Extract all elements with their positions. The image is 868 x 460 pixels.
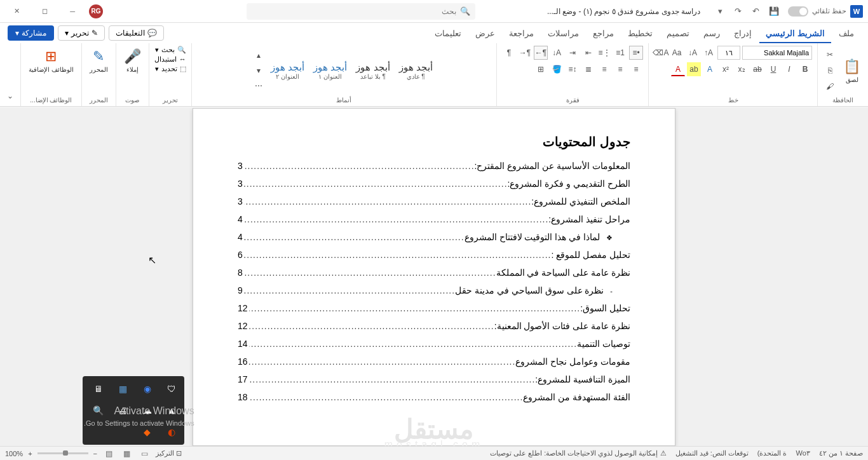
- toc-entry[interactable]: المعلومات الأساسية عن المشروع المقترح: .…: [238, 161, 630, 171]
- clear-format-icon[interactable]: A⌫: [654, 46, 668, 60]
- grow-font-icon[interactable]: A↑: [702, 46, 715, 60]
- format-painter-icon[interactable]: 🖌: [823, 79, 837, 93]
- word-count[interactable]: Wo٣: [796, 449, 810, 457]
- predictions-status[interactable]: توقعات النص: قيد التشغيل: [675, 449, 749, 457]
- multilevel-icon[interactable]: ⋮≡: [597, 46, 611, 60]
- toc-entry[interactable]: توصيات التنمية .........................…: [238, 339, 630, 349]
- subscript-button[interactable]: x₂: [735, 62, 749, 76]
- styles-up-icon[interactable]: ▴: [252, 48, 266, 62]
- maximize-icon[interactable]: ◻: [33, 3, 56, 20]
- tab-mailings[interactable]: مراسلات: [541, 25, 585, 43]
- underline-button[interactable]: U: [766, 62, 780, 76]
- select-button[interactable]: ⬚ تحديد ▾: [155, 65, 186, 73]
- zoom-slider[interactable]: [37, 452, 88, 454]
- user-avatar[interactable]: RG: [89, 4, 103, 18]
- cut-icon[interactable]: ✂: [823, 48, 837, 62]
- autosave-toggle[interactable]: حفظ تلقائي: [788, 6, 846, 17]
- qat-dropdown-icon[interactable]: ▾: [713, 4, 728, 19]
- close-icon[interactable]: ✕: [5, 3, 28, 20]
- paste-button[interactable]: 📋لصق: [841, 56, 863, 86]
- collapse-ribbon-icon[interactable]: ⌄: [3, 88, 18, 104]
- toc-entry[interactable]: الفئة المستهدفة من المشروع .............…: [238, 392, 630, 402]
- bullets-icon[interactable]: •≡: [629, 46, 643, 60]
- style-normal[interactable]: أبجد هوز¶ عادي: [395, 60, 437, 82]
- tray-app-icon[interactable]: ▦: [115, 381, 130, 396]
- toc-entry[interactable]: الميزة التنافسية للمشروع: ..............…: [238, 374, 630, 384]
- toc-entry[interactable]: ❖ لماذا في هذا التوقيت لافتتاح المشروع .…: [238, 232, 630, 242]
- tray-monitor-icon[interactable]: 🖥: [91, 381, 106, 396]
- font-size-select[interactable]: [717, 46, 740, 60]
- zoom-in[interactable]: +: [28, 450, 32, 457]
- save-icon[interactable]: 💾: [766, 4, 782, 19]
- toc-entry[interactable]: - نظرة على سوق السياحي في مدينة حقل ....…: [238, 285, 630, 295]
- rtl-direction-icon[interactable]: ¶←: [534, 46, 548, 60]
- justify-icon[interactable]: ≣: [581, 62, 595, 76]
- change-case-icon[interactable]: Aa: [670, 46, 684, 60]
- toc-entry[interactable]: نظرة عامة على السياحة في المملكة .......…: [238, 267, 630, 278]
- highlight-icon[interactable]: ab: [687, 62, 701, 76]
- shading-icon[interactable]: 🪣: [550, 62, 564, 76]
- addins-button[interactable]: ⊞الوظائف الإضافية: [26, 46, 76, 76]
- strike-button[interactable]: ab: [750, 62, 764, 76]
- ltr-direction-icon[interactable]: ¶→: [518, 46, 532, 60]
- sort-icon[interactable]: A↓: [550, 46, 564, 60]
- style-nospace[interactable]: أبجد هوز¶ بلا تباعد: [352, 60, 393, 82]
- superscript-button[interactable]: x²: [719, 62, 733, 76]
- zoom-out[interactable]: −: [93, 450, 97, 457]
- tab-view[interactable]: عرض: [469, 25, 501, 43]
- document-page[interactable]: جدول المحتويات المعلومات الأساسية عن الم…: [193, 108, 675, 446]
- tray-chrome-icon[interactable]: ◉: [140, 381, 155, 396]
- align-left-icon[interactable]: ≡: [597, 62, 611, 76]
- read-mode-icon[interactable]: ▭: [138, 448, 151, 459]
- toc-entry[interactable]: الطرح التقديمي و فكرة المشروع: .........…: [238, 179, 630, 189]
- copy-icon[interactable]: ⎘: [823, 64, 837, 78]
- tab-review[interactable]: مراجعة: [503, 25, 540, 43]
- decrease-indent-icon[interactable]: ⇤: [581, 46, 595, 60]
- line-spacing-icon[interactable]: ↕≡: [566, 62, 580, 76]
- zoom-level[interactable]: 100%: [5, 450, 23, 457]
- toc-entry[interactable]: نظرة عامة على فئات الأصول المعنية: .....…: [238, 321, 630, 331]
- text-effects-icon[interactable]: A: [703, 62, 717, 76]
- toc-entry[interactable]: تحليل السوق: ...........................…: [238, 303, 630, 313]
- toc-entry[interactable]: مقومات وعوامل نجاح المشروع .............…: [238, 356, 630, 367]
- shrink-font-icon[interactable]: A↓: [686, 46, 700, 60]
- print-layout-icon[interactable]: ▦: [120, 448, 133, 459]
- numbering-icon[interactable]: 1≡: [613, 46, 627, 60]
- toc-entry[interactable]: تحليل مفصل للموقع : ....................…: [238, 250, 630, 260]
- toc-entry[interactable]: الملخص التنفيذي للمشروع: ...............…: [238, 196, 630, 206]
- editing-mode-button[interactable]: ✎ تحرير ▾: [58, 25, 105, 41]
- bold-button[interactable]: B: [798, 62, 812, 76]
- show-marks-icon[interactable]: ¶: [502, 46, 516, 60]
- tab-draw[interactable]: رسم: [697, 25, 726, 43]
- accessibility-status[interactable]: ⚠ إمكانية الوصول لذوي الاحتياجات الخاصة:…: [490, 449, 667, 457]
- undo-icon[interactable]: ↶: [749, 4, 764, 19]
- search-input[interactable]: [431, 7, 456, 16]
- tab-layout[interactable]: تخطيط: [621, 25, 659, 43]
- style-heading1[interactable]: أبجد هوزالعنوان ١: [309, 60, 351, 82]
- tab-design[interactable]: تصميم: [660, 25, 696, 43]
- web-layout-icon[interactable]: ▤: [102, 448, 115, 459]
- tab-references[interactable]: مراجع: [587, 25, 620, 43]
- minimize-icon[interactable]: ─: [61, 3, 84, 20]
- redo-icon[interactable]: ↷: [731, 4, 746, 19]
- borders-icon[interactable]: ⊞: [534, 62, 548, 76]
- tab-help[interactable]: تعليمات: [428, 25, 468, 43]
- italic-button[interactable]: I: [782, 62, 796, 76]
- align-center-icon[interactable]: ≡: [613, 62, 627, 76]
- tab-insert[interactable]: إدراج: [728, 25, 758, 43]
- comments-button[interactable]: 💬 التعليقات: [109, 25, 164, 41]
- increase-indent-icon[interactable]: ⇥: [566, 46, 580, 60]
- font-name-select[interactable]: [742, 46, 812, 60]
- share-button[interactable]: مشاركة ▾: [8, 25, 54, 41]
- toc-entry[interactable]: مراحل تنفيذ المشروع: ...................…: [238, 214, 630, 224]
- style-heading2[interactable]: أبجد هوزالعنوان ٢: [267, 60, 308, 82]
- focus-mode[interactable]: ⊡ التركيز: [156, 449, 182, 457]
- tab-home[interactable]: الشريط الرئيسي: [759, 25, 831, 43]
- font-color-icon[interactable]: A: [671, 62, 685, 76]
- search-box[interactable]: 🔍: [247, 3, 475, 20]
- align-right-icon[interactable]: ≡: [629, 62, 643, 76]
- editor-button[interactable]: ✎المحرر: [87, 46, 111, 76]
- styles-more-icon[interactable]: ⋯: [252, 79, 266, 93]
- find-button[interactable]: 🔍 بحث ▾: [155, 46, 186, 54]
- tray-security-icon[interactable]: 🛡: [164, 381, 179, 396]
